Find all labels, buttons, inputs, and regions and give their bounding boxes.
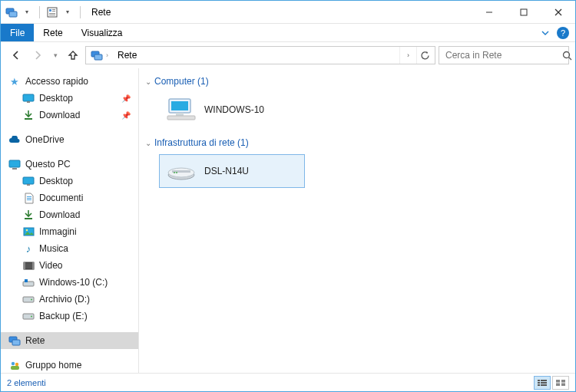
status-text: 2 elementi — [7, 378, 46, 387]
sidebar-quick-access[interactable]: ★ Accesso rapido — [1, 73, 138, 90]
svg-rect-19 — [9, 160, 20, 167]
svg-rect-57 — [541, 384, 547, 386]
address-bar[interactable]: › Rete › — [85, 46, 435, 64]
sidebar-item-label: Desktop — [39, 176, 73, 186]
homegroup-icon — [8, 359, 21, 371]
svg-rect-52 — [538, 380, 540, 381]
forward-button[interactable] — [28, 46, 47, 64]
network-item-computer[interactable]: WINDOWS-10 — [159, 93, 305, 127]
sidebar-homegroup[interactable]: Gruppo home — [1, 357, 138, 373]
svg-rect-16 — [23, 94, 34, 101]
svg-point-14 — [564, 51, 570, 58]
sidebar-item-label: Rete — [25, 335, 45, 346]
svg-rect-44 — [171, 101, 188, 110]
sidebar-item-label: Accesso rapido — [25, 76, 88, 87]
breadcrumb[interactable]: Rete — [114, 50, 140, 61]
sidebar-item-downloads[interactable]: Download 📌 — [1, 107, 138, 124]
sidebar-item-label: Musica — [39, 243, 68, 254]
sidebar-item-drive-e[interactable]: Backup (E:) — [1, 308, 138, 324]
back-button[interactable] — [7, 46, 25, 64]
search-box[interactable] — [439, 46, 569, 64]
group-header-computer[interactable]: ⌄ Computer (1) — [145, 76, 566, 87]
ribbon-tabs: File Rete Visualizza ? — [1, 24, 575, 42]
svg-rect-20 — [12, 168, 17, 170]
tab-network[interactable]: Rete — [34, 24, 71, 41]
download-icon — [22, 109, 35, 121]
svg-rect-4 — [52, 9, 55, 10]
svg-rect-42 — [11, 366, 19, 370]
view-details-button[interactable] — [534, 376, 551, 390]
sidebar-item-label: Desktop — [39, 93, 73, 104]
ribbon-expand-icon[interactable] — [537, 24, 554, 41]
sidebar-item-desktop[interactable]: Desktop — [1, 173, 138, 189]
svg-rect-21 — [23, 177, 34, 184]
svg-point-51 — [176, 172, 177, 173]
address-dropdown-icon[interactable]: › — [399, 47, 416, 64]
svg-rect-59 — [561, 380, 565, 383]
item-label: DSL-N14U — [204, 166, 249, 176]
search-icon[interactable] — [562, 51, 572, 61]
network-item-router[interactable]: DSL-N14U — [159, 154, 305, 188]
star-icon: ★ — [8, 75, 21, 87]
sidebar-item-pictures[interactable]: Immagini — [1, 223, 138, 240]
svg-rect-26 — [25, 218, 32, 219]
svg-rect-22 — [27, 184, 30, 186]
svg-point-28 — [25, 229, 27, 231]
sidebar-item-label: Download — [39, 110, 80, 120]
minimize-button[interactable] — [472, 1, 506, 23]
sidebar-item-documents[interactable]: Documenti — [1, 189, 138, 206]
file-tab[interactable]: File — [1, 24, 34, 41]
sidebar-item-label: Questo PC — [25, 159, 71, 170]
router-icon — [166, 159, 197, 183]
sidebar-item-downloads[interactable]: Download — [1, 206, 138, 223]
sidebar-item-music[interactable]: ♪ Musica — [1, 240, 138, 257]
sidebar-item-label: Video — [39, 260, 62, 271]
download-icon — [22, 209, 35, 221]
svg-rect-33 — [25, 279, 28, 282]
sidebar-item-label: Backup (E:) — [39, 311, 88, 321]
svg-rect-7 — [49, 15, 55, 15]
svg-rect-45 — [176, 113, 184, 116]
sidebar-item-label: Immagini — [39, 226, 77, 237]
sidebar-item-label: Download — [39, 209, 80, 220]
svg-rect-46 — [167, 116, 195, 120]
sidebar-onedrive[interactable]: OneDrive — [1, 131, 138, 148]
sidebar-item-drive-c[interactable]: Windows-10 (C:) — [1, 274, 138, 291]
navigation-pane: ★ Accesso rapido Desktop 📌 Download 📌 On… — [1, 68, 139, 373]
search-input[interactable] — [444, 49, 562, 61]
pictures-icon — [22, 226, 35, 238]
qat-dropdown-icon-2[interactable]: ▾ — [61, 6, 74, 18]
svg-point-41 — [15, 362, 18, 365]
svg-point-35 — [31, 298, 32, 300]
svg-rect-3 — [49, 9, 51, 12]
svg-rect-17 — [27, 101, 30, 103]
explorer-window: ▾ ▾ Rete File Rete Visualizza ? ▾ — [0, 0, 576, 392]
svg-rect-30 — [24, 262, 25, 269]
title-bar: ▾ ▾ Rete — [1, 1, 575, 24]
tab-view[interactable]: Visualizza — [72, 24, 132, 41]
group-header-infrastructure[interactable]: ⌄ Infrastruttura di rete (1) — [145, 137, 566, 148]
content-pane: ⌄ Computer (1) WINDOWS-10 ⌄ Infrastruttu… — [139, 68, 575, 373]
sidebar-network[interactable]: Rete — [1, 332, 138, 349]
close-button[interactable] — [541, 1, 575, 23]
qat-dropdown-icon[interactable]: ▾ — [21, 6, 33, 18]
recent-dropdown-icon[interactable]: ▾ — [50, 46, 61, 64]
chevron-down-icon: ⌄ — [145, 77, 151, 86]
navigation-bar: ▾ › Rete › — [1, 42, 575, 68]
svg-rect-58 — [556, 380, 560, 383]
view-large-icons-button[interactable] — [552, 376, 569, 390]
refresh-button[interactable] — [416, 47, 433, 64]
computer-icon — [166, 97, 197, 122]
desktop-icon — [22, 92, 35, 104]
maximize-button[interactable] — [506, 1, 541, 23]
sidebar-item-desktop[interactable]: Desktop 📌 — [1, 90, 138, 107]
svg-rect-13 — [94, 54, 102, 60]
sidebar-item-videos[interactable]: Video — [1, 257, 138, 274]
help-button[interactable]: ? — [557, 27, 569, 39]
up-button[interactable] — [64, 46, 82, 64]
network-icon — [5, 6, 18, 18]
sidebar-this-pc[interactable]: Questo PC — [1, 156, 138, 173]
properties-icon[interactable] — [46, 6, 58, 18]
desktop-icon — [22, 175, 35, 187]
sidebar-item-drive-d[interactable]: Archivio (D:) — [1, 291, 138, 308]
